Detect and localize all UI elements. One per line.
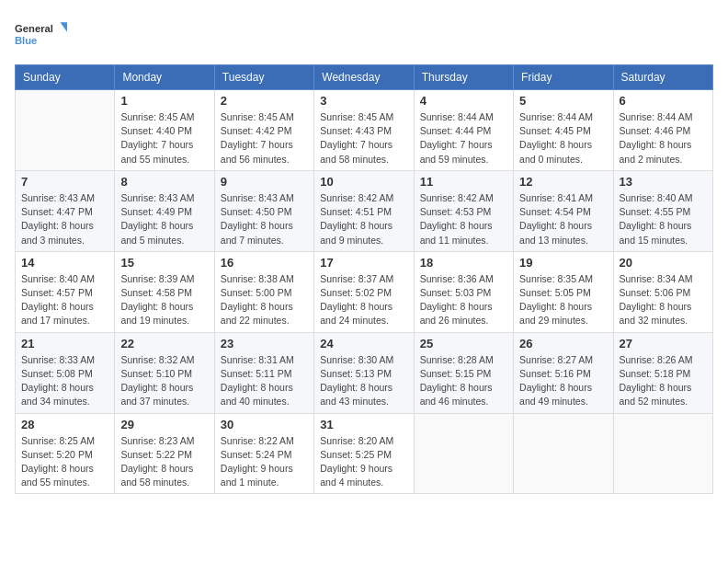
day-info: Sunrise: 8:42 AMSunset: 4:51 PMDaylight:… [320,191,407,247]
day-info: Sunrise: 8:39 AMSunset: 4:58 PMDaylight:… [120,272,208,328]
calendar-cell: 29Sunrise: 8:23 AMSunset: 5:22 PMDayligh… [115,413,214,494]
calendar-header-row: SundayMondayTuesdayWednesdayThursdayFrid… [16,65,713,90]
svg-text:General: General [15,23,53,34]
day-info: Sunrise: 8:42 AMSunset: 4:53 PMDaylight:… [420,191,507,247]
weekday-header-sunday: Sunday [16,65,115,90]
day-info: Sunrise: 8:44 AMSunset: 4:46 PMDaylight:… [620,110,707,167]
day-number: 22 [120,337,208,350]
day-info: Sunrise: 8:26 AMSunset: 5:18 PMDaylight:… [620,353,707,409]
svg-marker-2 [61,22,68,32]
day-info: Sunrise: 8:28 AMSunset: 5:15 PMDaylight:… [420,353,507,409]
weekday-header-monday: Monday [115,65,214,90]
calendar-week-row: 1Sunrise: 8:45 AMSunset: 4:40 PMDaylight… [16,90,713,171]
calendar-cell: 28Sunrise: 8:25 AMSunset: 5:20 PMDayligh… [16,413,115,494]
day-number: 5 [519,94,607,108]
calendar-cell: 5Sunrise: 8:44 AMSunset: 4:45 PMDaylight… [514,90,613,171]
weekday-header-wednesday: Wednesday [314,65,414,90]
calendar-cell: 31Sunrise: 8:20 AMSunset: 5:25 PMDayligh… [314,413,414,494]
calendar-cell: 12Sunrise: 8:41 AMSunset: 4:54 PMDayligh… [514,170,613,251]
day-number: 11 [420,175,507,189]
day-number: 4 [420,94,507,108]
calendar-cell: 8Sunrise: 8:43 AMSunset: 4:49 PMDaylight… [115,170,214,251]
day-number: 17 [320,256,407,270]
calendar-cell: 18Sunrise: 8:36 AMSunset: 5:03 PMDayligh… [414,251,513,332]
logo: General Blue [15,15,70,53]
day-info: Sunrise: 8:40 AMSunset: 4:55 PMDaylight:… [620,191,707,247]
day-info: Sunrise: 8:20 AMSunset: 5:25 PMDaylight:… [320,434,407,490]
calendar-cell: 15Sunrise: 8:39 AMSunset: 4:58 PMDayligh… [115,251,214,332]
day-number: 24 [320,337,407,350]
day-info: Sunrise: 8:43 AMSunset: 4:49 PMDaylight:… [120,191,208,247]
day-info: Sunrise: 8:45 AMSunset: 4:43 PMDaylight:… [320,110,407,167]
day-info: Sunrise: 8:25 AMSunset: 5:20 PMDaylight:… [21,434,108,490]
day-info: Sunrise: 8:44 AMSunset: 4:44 PMDaylight:… [420,110,507,167]
calendar-cell: 20Sunrise: 8:34 AMSunset: 5:06 PMDayligh… [613,251,712,332]
day-info: Sunrise: 8:45 AMSunset: 4:40 PMDaylight:… [120,110,208,167]
calendar-cell: 13Sunrise: 8:40 AMSunset: 4:55 PMDayligh… [613,170,712,251]
day-info: Sunrise: 8:40 AMSunset: 4:57 PMDaylight:… [21,272,108,328]
calendar-week-row: 7Sunrise: 8:43 AMSunset: 4:47 PMDaylight… [16,170,713,251]
weekday-header-saturday: Saturday [613,65,712,90]
day-number: 2 [221,94,308,108]
calendar-cell [613,413,712,494]
weekday-header-tuesday: Tuesday [214,65,313,90]
day-info: Sunrise: 8:41 AMSunset: 4:54 PMDaylight:… [519,191,607,247]
day-number: 31 [320,418,407,431]
calendar-cell: 27Sunrise: 8:26 AMSunset: 5:18 PMDayligh… [613,332,712,413]
calendar-cell: 2Sunrise: 8:45 AMSunset: 4:42 PMDaylight… [214,90,313,171]
calendar-cell: 22Sunrise: 8:32 AMSunset: 5:10 PMDayligh… [115,332,214,413]
calendar-cell [514,413,613,494]
day-number: 14 [21,256,108,270]
day-info: Sunrise: 8:38 AMSunset: 5:00 PMDaylight:… [221,272,308,328]
day-number: 30 [221,418,308,431]
day-info: Sunrise: 8:30 AMSunset: 5:13 PMDaylight:… [320,353,407,409]
calendar-week-row: 28Sunrise: 8:25 AMSunset: 5:20 PMDayligh… [16,413,713,494]
day-number: 16 [221,256,308,270]
day-info: Sunrise: 8:27 AMSunset: 5:16 PMDaylight:… [519,353,607,409]
day-number: 19 [519,256,607,270]
day-number: 21 [21,337,108,350]
calendar-cell: 7Sunrise: 8:43 AMSunset: 4:47 PMDaylight… [16,170,115,251]
calendar-cell: 11Sunrise: 8:42 AMSunset: 4:53 PMDayligh… [414,170,513,251]
day-info: Sunrise: 8:34 AMSunset: 5:06 PMDaylight:… [620,272,707,328]
day-number: 13 [620,175,707,189]
page-header: General Blue [15,15,713,53]
day-number: 15 [120,256,208,270]
day-number: 12 [519,175,607,189]
day-number: 7 [21,175,108,189]
calendar-cell: 14Sunrise: 8:40 AMSunset: 4:57 PMDayligh… [16,251,115,332]
calendar-cell: 17Sunrise: 8:37 AMSunset: 5:02 PMDayligh… [314,251,414,332]
day-number: 3 [320,94,407,108]
calendar-cell: 21Sunrise: 8:33 AMSunset: 5:08 PMDayligh… [16,332,115,413]
calendar-table: SundayMondayTuesdayWednesdayThursdayFrid… [15,64,713,494]
day-info: Sunrise: 8:43 AMSunset: 4:47 PMDaylight:… [21,191,108,247]
day-info: Sunrise: 8:31 AMSunset: 5:11 PMDaylight:… [221,353,308,409]
day-info: Sunrise: 8:33 AMSunset: 5:08 PMDaylight:… [21,353,108,409]
day-number: 25 [420,337,507,350]
calendar-cell: 19Sunrise: 8:35 AMSunset: 5:05 PMDayligh… [514,251,613,332]
day-info: Sunrise: 8:32 AMSunset: 5:10 PMDaylight:… [120,353,208,409]
calendar-week-row: 21Sunrise: 8:33 AMSunset: 5:08 PMDayligh… [16,332,713,413]
day-info: Sunrise: 8:23 AMSunset: 5:22 PMDaylight:… [120,434,208,490]
calendar-cell [414,413,513,494]
day-number: 10 [320,175,407,189]
calendar-cell: 1Sunrise: 8:45 AMSunset: 4:40 PMDaylight… [115,90,214,171]
day-number: 6 [620,94,707,108]
day-number: 28 [21,418,108,431]
day-info: Sunrise: 8:22 AMSunset: 5:24 PMDaylight:… [221,434,308,490]
weekday-header-friday: Friday [514,65,613,90]
weekday-header-thursday: Thursday [414,65,513,90]
svg-text:Blue: Blue [15,35,37,46]
calendar-cell: 9Sunrise: 8:43 AMSunset: 4:50 PMDaylight… [214,170,313,251]
day-info: Sunrise: 8:36 AMSunset: 5:03 PMDaylight:… [420,272,507,328]
calendar-cell: 16Sunrise: 8:38 AMSunset: 5:00 PMDayligh… [214,251,313,332]
day-info: Sunrise: 8:43 AMSunset: 4:50 PMDaylight:… [221,191,308,247]
calendar-cell: 24Sunrise: 8:30 AMSunset: 5:13 PMDayligh… [314,332,414,413]
calendar-cell: 10Sunrise: 8:42 AMSunset: 4:51 PMDayligh… [314,170,414,251]
calendar-cell: 26Sunrise: 8:27 AMSunset: 5:16 PMDayligh… [514,332,613,413]
day-info: Sunrise: 8:37 AMSunset: 5:02 PMDaylight:… [320,272,407,328]
calendar-cell: 6Sunrise: 8:44 AMSunset: 4:46 PMDaylight… [613,90,712,171]
day-number: 20 [620,256,707,270]
day-number: 8 [120,175,208,189]
calendar-cell: 30Sunrise: 8:22 AMSunset: 5:24 PMDayligh… [214,413,313,494]
